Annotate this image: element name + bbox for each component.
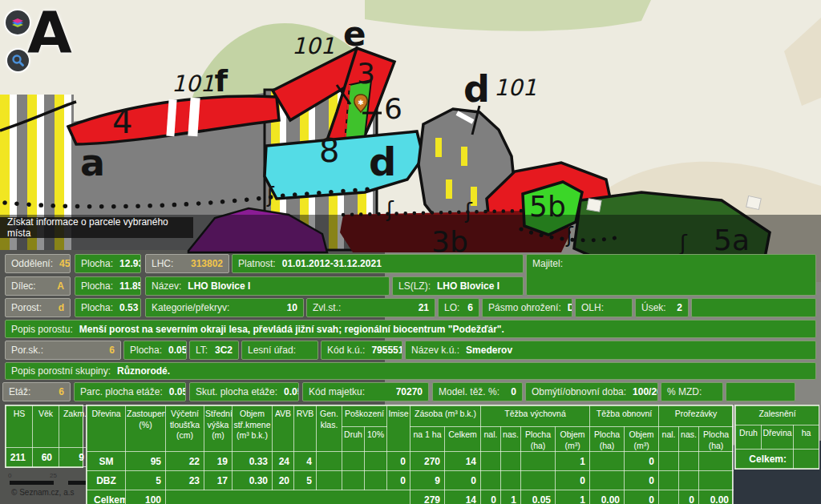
map-label-f: f bbox=[214, 63, 228, 99]
field-label: Majitel: bbox=[532, 258, 563, 269]
field-value: 01.01.2012-31.12.2021 bbox=[282, 258, 382, 269]
field-plocha-porsk: Plocha: 0.05 bbox=[123, 341, 187, 360]
field-nazev: Název: LHO Blovice I bbox=[145, 276, 390, 296]
map-label-3: 3 bbox=[357, 59, 375, 88]
stat-value: 211 bbox=[6, 448, 33, 467]
field-model-tez: Model. těž. %: 0 bbox=[432, 382, 523, 401]
field-porsk: Por.sk.: 6 bbox=[5, 341, 121, 360]
stat-group-header: Zásoba (m³ b.k.) bbox=[410, 406, 481, 427]
stat-value bbox=[342, 471, 365, 490]
stat-value: 22 bbox=[166, 452, 204, 471]
field-value: 3C2 bbox=[215, 345, 233, 356]
stat-value bbox=[342, 452, 365, 471]
field-value: 2 bbox=[677, 302, 682, 313]
field-label: Kategorie/překryv: bbox=[152, 302, 229, 313]
field-lesni-urad: Lesní úřad: bbox=[241, 341, 318, 360]
layers-button[interactable] bbox=[6, 10, 30, 34]
field-etaz: Etáž: 6 bbox=[2, 382, 71, 401]
stat-group-header: AVB bbox=[273, 406, 294, 452]
stat-value: 60 bbox=[33, 448, 59, 467]
field-parc-plocha: Parc. plocha etáže: 0.05 bbox=[74, 382, 186, 401]
field-value: 6 bbox=[467, 302, 473, 313]
map-label-d-gray: d bbox=[463, 71, 490, 107]
field-label: Skut. plocha etáže: bbox=[196, 386, 277, 397]
stat-sub-header: Druh bbox=[342, 427, 365, 452]
field-kod-majetku: Kód majetku: 70270 bbox=[302, 382, 429, 401]
stat-group-header: Prořezávky bbox=[659, 406, 734, 427]
stat-group-header: Těžba obnovní bbox=[590, 406, 659, 427]
stats-table-main: DřevinaZastoupení (%)Výčetní tloušťka (c… bbox=[86, 405, 733, 504]
stat-value: 0 bbox=[481, 490, 501, 504]
stat-group-header: Imise bbox=[387, 406, 410, 452]
map-label-8: 8 bbox=[319, 135, 339, 167]
field-label: Oddělení: bbox=[11, 258, 53, 269]
stat-value bbox=[699, 452, 734, 471]
stat-value bbox=[365, 471, 387, 490]
stat-value: 0 bbox=[625, 490, 659, 504]
stat-value: 1 bbox=[556, 452, 590, 471]
field-value: 100/20 bbox=[633, 386, 658, 397]
stat-value bbox=[521, 471, 556, 490]
stat-value: 279 bbox=[410, 490, 445, 504]
layers-icon bbox=[10, 14, 26, 30]
stat-value bbox=[317, 452, 342, 471]
field-label: Pásmo ohrožení: bbox=[488, 302, 561, 313]
field-zvlst: Zvl.st.: 21 bbox=[306, 298, 435, 317]
stat-value: 0 bbox=[445, 471, 481, 490]
svg-text:✱: ✱ bbox=[358, 99, 364, 107]
stat-value: 0 bbox=[679, 490, 699, 504]
yellow-dash bbox=[446, 179, 452, 199]
stat-group-header: Střední výška (m) bbox=[204, 406, 233, 452]
field-platnost: Platnost: 01.01.2012-31.12.2021 bbox=[232, 254, 524, 273]
field-lslz: LS(LZ): LHO Blovice I bbox=[392, 276, 524, 296]
stat-value bbox=[679, 471, 699, 490]
field-value: 313802 bbox=[191, 258, 223, 269]
field-empty bbox=[691, 298, 816, 317]
field-porost: Porost: d bbox=[5, 298, 71, 317]
app-window: ✱ 0 25 50 © Seznam.cz, a.s A 101f 101 e … bbox=[0, 0, 821, 504]
stat-value: 0 bbox=[387, 471, 410, 490]
field-label: Model. těž. %: bbox=[439, 386, 499, 397]
stat-value: 5 bbox=[294, 471, 317, 490]
field-value: 10 bbox=[287, 302, 297, 313]
stat-value bbox=[590, 471, 625, 490]
map-tooltip: Získat informace o parcele vybraného mís… bbox=[0, 217, 193, 238]
stat-sub-header: nas. bbox=[679, 427, 699, 452]
map-label-d-cyan: d bbox=[369, 143, 396, 181]
field-label: Dílec: bbox=[11, 280, 36, 292]
field-value: LHO Blovice I bbox=[188, 280, 250, 292]
stat-value: 1 bbox=[501, 490, 521, 504]
yellow-dash bbox=[461, 147, 467, 166]
field-lhc: LHC: 313802 bbox=[145, 254, 229, 273]
stat-group-header: Poškození bbox=[342, 406, 387, 427]
stats-table-left: HSVěkZakm.211609 bbox=[5, 405, 83, 468]
stat-value: 270 bbox=[410, 452, 445, 471]
field-usek: Úsek: 2 bbox=[635, 298, 689, 317]
field-label: Platnost: bbox=[238, 258, 276, 269]
stat-sub-header: Plocha (ha) bbox=[590, 427, 625, 452]
stat-group-header: Zastoupení (%) bbox=[126, 406, 166, 452]
stat-sub-header: nal. bbox=[481, 427, 501, 452]
stat-value: 9 bbox=[410, 471, 445, 490]
stat-value: 24 bbox=[273, 452, 294, 471]
search-button[interactable] bbox=[7, 50, 29, 71]
map-symbol: ʃ bbox=[267, 184, 274, 205]
field-label: Plocha: bbox=[81, 280, 113, 292]
field-label: Název: bbox=[152, 280, 181, 292]
stat-sub-header: Objem (m³) bbox=[625, 427, 659, 452]
stat-value: 0.33 bbox=[233, 452, 273, 471]
field-popis-porostu: Popis porostu: Menší porost na severním … bbox=[5, 320, 816, 338]
map-label-e: e bbox=[343, 18, 366, 51]
stat-sub-header: Objem (m³) bbox=[556, 427, 590, 452]
stat-value bbox=[501, 452, 521, 471]
stat-sub-header: na 1 ha bbox=[410, 427, 445, 452]
stat-value bbox=[521, 452, 556, 471]
field-mzd: % MZD: bbox=[661, 382, 723, 401]
stat-group-header: Zalesnění bbox=[736, 406, 819, 425]
field-dilec: Dílec: A bbox=[5, 276, 71, 296]
map-label-A: A bbox=[27, 3, 72, 61]
stat-value bbox=[659, 471, 679, 490]
stat-value: 5 bbox=[126, 471, 166, 490]
stat-value bbox=[794, 450, 819, 469]
stat-value: 0 bbox=[625, 471, 659, 490]
